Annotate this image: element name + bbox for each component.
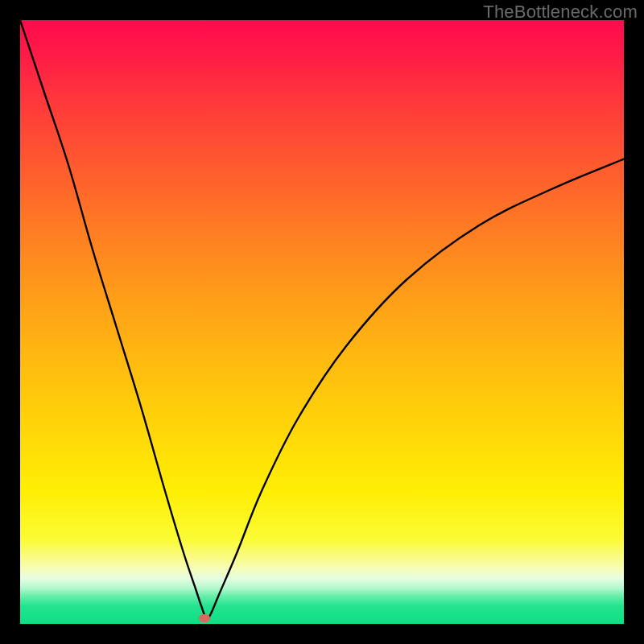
bottleneck-curve xyxy=(20,20,624,624)
chart-frame: TheBottleneck.com xyxy=(0,0,644,644)
plot-area xyxy=(20,20,624,624)
optimal-point-marker xyxy=(199,614,210,622)
